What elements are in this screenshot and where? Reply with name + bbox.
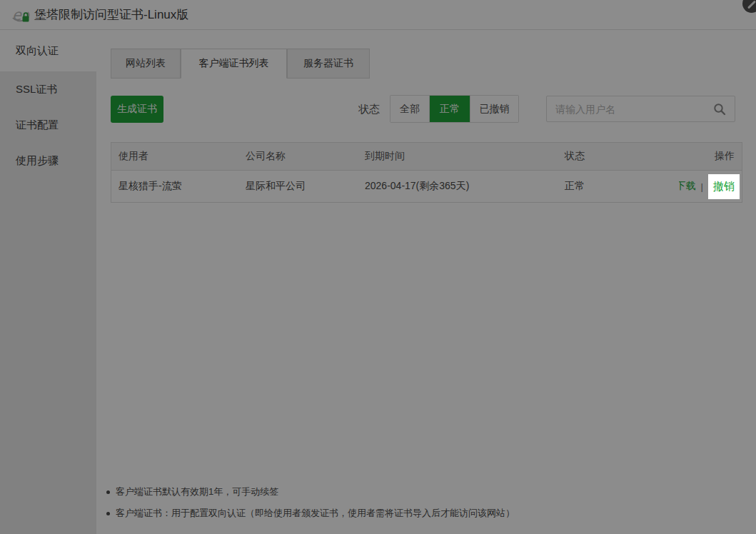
cell-user: 星核猎手-流萤 [111, 180, 238, 193]
status-filter-group: 全部 正常 已撤销 [390, 95, 519, 123]
action-separator: | [701, 181, 703, 192]
filter-normal-button[interactable]: 正常 [430, 96, 470, 122]
search-box [546, 96, 735, 122]
tab-client-cert-list[interactable]: 客户端证书列表 [181, 49, 287, 79]
note-text: 客户端证书默认有效期1年，可手动续签 [116, 485, 278, 498]
search-input[interactable] [547, 96, 713, 121]
revoke-link[interactable]: 撤销 [708, 174, 740, 199]
sidebar-item-cert-config[interactable]: 证书配置 [0, 107, 96, 143]
tab-website-list[interactable]: 网站列表 [111, 49, 181, 79]
sidebar-item-label: 双向认证 [16, 44, 59, 58]
tab-server-cert[interactable]: 服务器证书 [287, 49, 370, 79]
magnifier-icon[interactable] [713, 103, 726, 116]
cert-table: 使用者 公司名称 到期时间 状态 操作 星核猎手-流萤 星际和平公司 2026-… [111, 142, 742, 203]
col-actions: 操作 [679, 150, 742, 163]
ssl-certificate-icon: e [11, 6, 30, 24]
sidebar-item-label: 使用步骤 [16, 154, 59, 168]
sidebar-item-ssl-cert[interactable]: SSL证书 [0, 71, 96, 107]
tab-label: 网站列表 [126, 57, 166, 70]
cell-expire: 2026-04-17(剩余365天) [358, 180, 558, 193]
col-company: 公司名称 [238, 150, 358, 163]
sidebar-item-label: SSL证书 [16, 83, 57, 96]
col-user: 使用者 [111, 150, 238, 163]
sidebar: 双向认证 SSL证书 证书配置 使用步骤 [0, 30, 96, 534]
note-item: 客户端证书默认有效期1年，可手动续签 [104, 481, 515, 503]
sidebar-item-label: 证书配置 [16, 119, 59, 132]
generate-cert-button[interactable]: 生成证书 [111, 96, 163, 123]
col-status: 状态 [558, 150, 679, 163]
bullet-dot [106, 512, 110, 515]
cell-company: 星际和平公司 [238, 180, 358, 193]
status-filter-label: 状态 [358, 95, 380, 124]
sidebar-item-mutual-auth[interactable]: 双向认证 [0, 30, 96, 71]
certificate-dialog: e 堡塔限制访问型证书-Linux版 双向认证 SSL证书 证书配置 使用步骤 … [0, 0, 756, 534]
sidebar-item-usage-steps[interactable]: 使用步骤 [0, 143, 96, 178]
cell-actions: 下载 | 撤销 [679, 174, 742, 199]
tab-label: 客户端证书列表 [199, 57, 269, 70]
note-item: 客户端证书：用于配置双向认证（即给使用者颁发证书，使用者需将证书导入后才能访问该… [104, 503, 515, 524]
main-content: 网站列表 客户端证书列表 服务器证书 生成证书 状态 全部 正常 已撤销 [96, 30, 756, 534]
dialog-title: 堡塔限制访问型证书-Linux版 [34, 6, 188, 23]
close-button[interactable] [742, 0, 756, 13]
footer-notes: 客户端证书默认有效期1年，可手动续签 客户端证书：用于配置双向认证（即给使用者颁… [104, 481, 515, 524]
tab-label: 服务器证书 [303, 57, 353, 70]
download-link[interactable]: 下载 [679, 180, 696, 193]
filter-all-button[interactable]: 全部 [390, 96, 430, 122]
tab-bar: 网站列表 客户端证书列表 服务器证书 [111, 49, 370, 79]
close-icon [747, 0, 756, 9]
filter-revoked-button[interactable]: 已撤销 [470, 96, 518, 122]
bullet-dot [106, 490, 110, 494]
table-row: 星核猎手-流萤 星际和平公司 2026-04-17(剩余365天) 正常 下载 … [111, 171, 742, 202]
titlebar: e 堡塔限制访问型证书-Linux版 [0, 0, 756, 30]
table-header-row: 使用者 公司名称 到期时间 状态 操作 [111, 143, 742, 171]
col-expire: 到期时间 [358, 150, 558, 163]
note-text: 客户端证书：用于配置双向认证（即给使用者颁发证书，使用者需将证书导入后才能访问该… [116, 507, 515, 520]
cell-status: 正常 [558, 180, 679, 193]
